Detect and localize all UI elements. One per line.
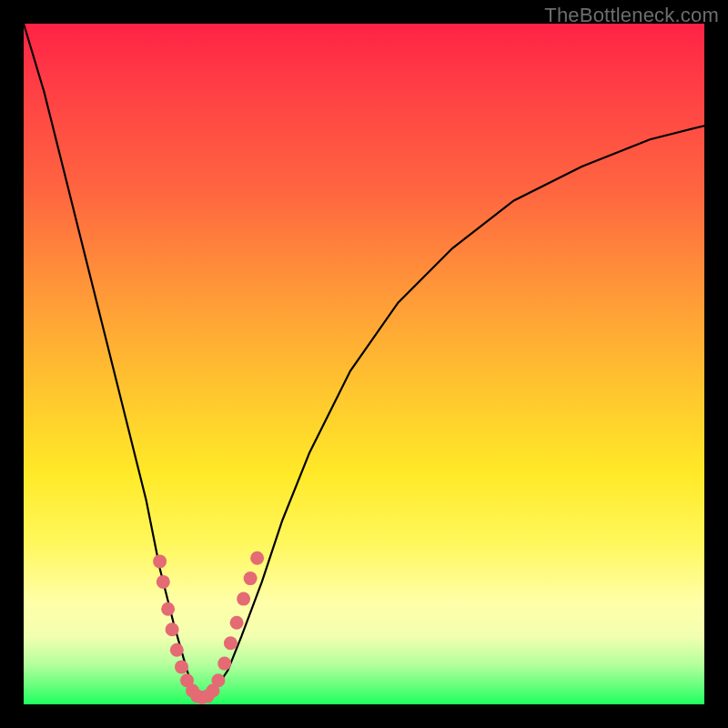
plot-area <box>24 24 704 704</box>
marker-dot <box>230 616 244 630</box>
marker-dot <box>237 592 250 606</box>
marker-dot <box>161 602 175 616</box>
marker-dot <box>244 571 258 585</box>
chart-svg <box>24 24 704 704</box>
bottleneck-curve <box>24 24 704 698</box>
marker-dot <box>175 660 188 673</box>
marker-dot <box>211 673 225 687</box>
watermark-text: TheBottleneck.com <box>544 4 719 27</box>
marker-dot <box>224 636 238 650</box>
marker-dot <box>166 622 179 636</box>
marker-dot <box>170 643 184 657</box>
marker-dot <box>157 575 170 589</box>
marker-dot <box>153 554 167 568</box>
chart-frame: TheBottleneck.com <box>0 0 728 728</box>
marker-dot <box>217 657 231 671</box>
highlight-markers <box>153 551 264 704</box>
marker-dot <box>250 551 264 565</box>
